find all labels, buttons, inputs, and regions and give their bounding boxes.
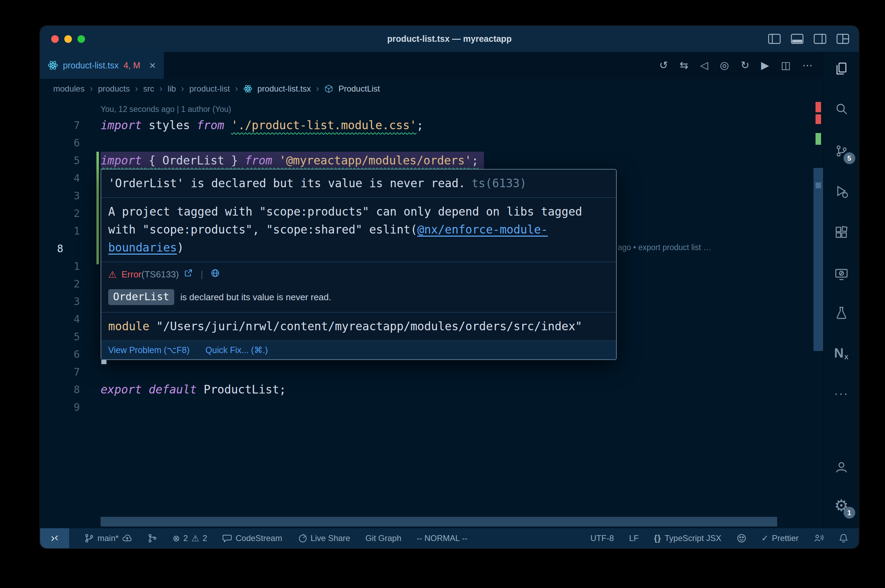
encoding-status[interactable]: UTF-8: [591, 533, 614, 543]
vscode-window: product-list.tsx — myreactapp: [40, 26, 859, 548]
feedback-status[interactable]: [737, 533, 746, 543]
problems-status[interactable]: ⊗ 2 ⚠ 2: [173, 533, 207, 543]
more-actions-icon[interactable]: ⋯: [802, 60, 813, 70]
identifier-chip: OrderList: [108, 289, 174, 305]
toggle-panel-icon[interactable]: [791, 34, 804, 44]
codelens-partial[interactable]: ago • export product list …: [618, 243, 711, 252]
source-control-graph-status[interactable]: [147, 533, 157, 543]
previous-change-icon[interactable]: ◁: [700, 60, 708, 70]
minimize-window-button[interactable]: [64, 35, 72, 43]
status-bar: main* ⊗ 2 ⚠ 2 CodeStream Live Share Git …: [40, 528, 859, 548]
line-number: 3: [40, 296, 80, 308]
line-number: 8: [40, 384, 80, 396]
prettier-status[interactable]: ✓ Prettier: [762, 533, 799, 543]
toggle-primary-sidebar-icon[interactable]: [768, 34, 781, 44]
code-line: 7 import styles from './product-list.mod…: [40, 116, 813, 134]
quick-fix-link[interactable]: Quick Fix... (⌘.): [205, 345, 268, 355]
close-window-button[interactable]: [51, 35, 59, 43]
tab-close-icon[interactable]: ×: [149, 60, 156, 71]
git-graph-status[interactable]: Git Graph: [365, 533, 401, 543]
chevron-right-icon: ›: [316, 83, 319, 94]
zoom-window-button[interactable]: [77, 35, 85, 43]
toggle-secondary-sidebar-icon[interactable]: [814, 34, 826, 44]
customize-layout-icon[interactable]: [837, 34, 849, 44]
breadcrumb-item[interactable]: products: [98, 84, 130, 94]
hover-actions: View Problem (⌥F8) Quick Fix... (⌘.): [101, 340, 616, 359]
line-number: 4: [40, 313, 80, 325]
source-control-badge: 5: [843, 152, 855, 164]
hover-resize-grip[interactable]: [101, 360, 107, 364]
line-number: 9: [40, 401, 80, 413]
settings-badge: 1: [843, 507, 855, 519]
broadcast-account-status[interactable]: [814, 533, 823, 543]
braces-icon: {}: [654, 533, 661, 543]
statusbar-right: UTF-8 LF {} TypeScript JSX ✓ Prettier: [591, 533, 859, 543]
chevron-right-icon: ›: [135, 83, 138, 94]
view-problem-link[interactable]: View Problem (⌥F8): [108, 345, 189, 355]
explorer-icon[interactable]: [829, 56, 854, 81]
notifications-status[interactable]: [839, 533, 848, 543]
tab-decoration: 4, M: [123, 60, 140, 70]
next-change-icon[interactable]: ↻: [741, 60, 749, 70]
run-file-icon[interactable]: ▶: [761, 60, 769, 70]
tab-product-list[interactable]: product-list.tsx 4, M ×: [40, 52, 164, 79]
run-debug-icon[interactable]: [829, 179, 854, 204]
horizontal-scrollbar[interactable]: [101, 517, 777, 526]
error-label: Error: [121, 269, 141, 279]
diagnostic-source: ts(6133): [472, 177, 526, 190]
testing-icon[interactable]: [829, 301, 854, 326]
breadcrumb-symbol[interactable]: ProductList: [338, 84, 380, 94]
chevron-right-icon: ›: [159, 83, 162, 94]
eol-status[interactable]: LF: [629, 533, 639, 543]
source-control-icon[interactable]: 5: [829, 138, 854, 164]
nx-console-icon[interactable]: Nx: [829, 340, 854, 366]
settings-gear-icon[interactable]: ⚙ 1: [829, 493, 854, 518]
branch-name: main*: [98, 533, 119, 543]
added-mark: [816, 133, 821, 145]
current-line-number: 8: [40, 243, 80, 255]
editor-actions: ↺ ⇆ ◁ ◎ ↻ ▶ ◫ ⋯: [659, 52, 823, 79]
vim-mode-indicator[interactable]: -- NORMAL --: [416, 533, 467, 543]
chevron-right-icon: ›: [235, 83, 238, 94]
error-mark: [816, 114, 821, 124]
breadcrumb-item[interactable]: lib: [168, 84, 176, 94]
pretty-error-text: is declared but its value is never read.: [180, 292, 331, 303]
open-external-icon[interactable]: [183, 268, 193, 280]
error-mark: [816, 102, 821, 112]
pretty-error-row: OrderList is declared but its value is n…: [108, 289, 609, 307]
bell-icon: [839, 533, 848, 543]
titlebar: product-list.tsx — myreactapp: [40, 26, 859, 52]
globe-icon[interactable]: [210, 268, 220, 280]
git-compare-icon[interactable]: ⇆: [680, 60, 688, 70]
breadcrumb-item[interactable]: modules: [53, 84, 85, 94]
code-editor[interactable]: You, 12 seconds ago | 1 author (You) 7 i…: [40, 99, 823, 528]
warnings-icon: ⚠: [192, 534, 199, 543]
line-number: 2: [40, 278, 80, 290]
timeline-icon[interactable]: ↺: [659, 60, 668, 70]
code-line: 5 import { OrderList } from '@myreactapp…: [40, 152, 813, 169]
workbench: product-list.tsx 4, M × ↺ ⇆ ◁ ◎ ↻ ▶ ◫ ⋯ …: [40, 52, 859, 528]
live-share-status[interactable]: Live Share: [297, 533, 350, 543]
account-icon[interactable]: [829, 454, 854, 480]
breadcrumb-item[interactable]: product-list: [189, 84, 230, 94]
search-icon[interactable]: [829, 97, 854, 122]
tab-bar: product-list.tsx 4, M × ↺ ⇆ ◁ ◎ ↻ ▶ ◫ ⋯: [40, 52, 823, 79]
branch-status[interactable]: main*: [84, 533, 132, 543]
breadcrumb-item[interactable]: src: [143, 84, 154, 94]
more-views-icon[interactable]: ···: [829, 381, 854, 406]
language-mode-status[interactable]: {} TypeScript JSX: [654, 533, 721, 543]
codestream-status[interactable]: CodeStream: [222, 533, 282, 543]
split-editor-icon[interactable]: ◫: [781, 60, 790, 70]
codelens[interactable]: You, 12 seconds ago | 1 author (You): [40, 102, 813, 116]
extensions-icon[interactable]: [829, 220, 854, 245]
line-number: 5: [40, 154, 80, 166]
breadcrumb-file[interactable]: product-list.tsx: [258, 84, 311, 94]
remote-explorer-icon[interactable]: [829, 262, 854, 287]
toggle-blame-icon[interactable]: ◎: [720, 60, 729, 70]
editor-column: product-list.tsx 4, M × ↺ ⇆ ◁ ◎ ↻ ▶ ◫ ⋯ …: [40, 52, 823, 528]
symbol-cube-icon: [324, 84, 333, 93]
line-number: 2: [40, 207, 80, 219]
errors-icon: ⊗: [173, 534, 180, 543]
remote-indicator[interactable]: [40, 528, 69, 548]
vertical-scrollbar[interactable]: [813, 168, 823, 351]
